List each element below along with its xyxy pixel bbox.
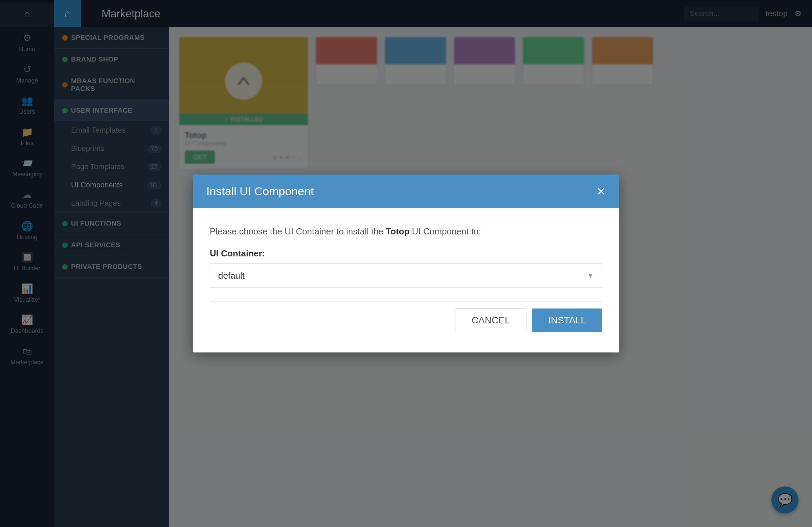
modal-install-ui-component: Install UI Component ✕ Please choose the… [193,175,619,352]
select-container: default ▼ [210,263,602,288]
modal-description: Please choose the UI Container to instal… [210,225,602,238]
component-name: Totop [386,226,409,236]
desc-prefix: Please choose the UI Container to instal… [210,226,386,236]
modal-close-button[interactable]: ✕ [596,186,606,197]
install-button[interactable]: INSTALL [532,308,602,332]
modal-body: Please choose the UI Container to instal… [193,208,619,352]
field-label: UI Container: [210,248,602,259]
modal-title: Install UI Component [206,185,314,198]
modal-overlay: Install UI Component ✕ Please choose the… [0,0,812,527]
modal-header: Install UI Component ✕ [193,175,619,208]
desc-suffix: UI Component to: [410,226,481,236]
cancel-button[interactable]: CANCEL [455,308,527,332]
ui-container-select[interactable]: default [210,263,602,288]
modal-footer: CANCEL INSTALL [210,302,602,332]
